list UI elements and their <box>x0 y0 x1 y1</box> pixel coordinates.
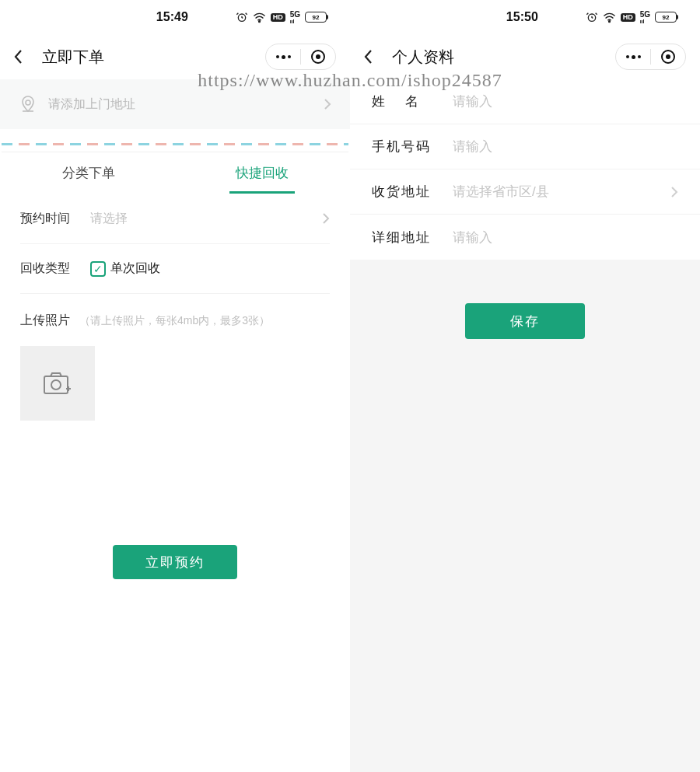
nav-bar: 个人资料 <box>350 34 700 79</box>
status-bar: 15:49 HD 5Gııl 92 <box>0 0 350 34</box>
status-bar: 15:50 HD 5Gııl 92 <box>350 0 700 34</box>
miniprogram-capsule <box>265 44 336 70</box>
alarm-icon <box>586 11 598 23</box>
chevron-left-icon <box>14 49 23 65</box>
more-icon <box>626 55 641 59</box>
address-selector[interactable]: 请添加上门地址 <box>0 79 350 129</box>
miniprogram-capsule <box>615 44 686 70</box>
battery-icon: 92 <box>655 12 677 23</box>
submit-appointment-button[interactable]: 立即预约 <box>113 545 237 579</box>
tab-quick-recycle[interactable]: 快捷回收 <box>175 152 348 194</box>
chevron-right-icon <box>670 186 678 198</box>
address-placeholder: 请添加上门地址 <box>48 96 324 113</box>
save-button[interactable]: 保存 <box>465 303 585 339</box>
nav-bar: 立即下单 <box>0 34 350 79</box>
hd-icon: HD <box>621 13 635 22</box>
svg-rect-3 <box>44 376 68 393</box>
checkbox-checked-icon: ✓ <box>90 261 106 277</box>
status-time: 15:49 <box>0 10 236 24</box>
recycle-type-option-label: 单次回收 <box>110 260 160 277</box>
status-icons: HD 5Gııl 92 <box>586 11 677 24</box>
profile-form: 姓名 请输入 手机号码 请输入 收货地址 请选择省市区/县 详细地址 请输入 <box>350 79 700 260</box>
page-title: 个人资料 <box>392 47 454 68</box>
detail-address-input[interactable]: 请输入 <box>453 229 678 246</box>
capsule-close[interactable] <box>301 44 335 69</box>
appointment-time-row[interactable]: 预约时间 请选择 <box>20 194 330 243</box>
detail-address-row[interactable]: 详细地址 请输入 <box>350 215 700 260</box>
recycle-type-option[interactable]: ✓ 单次回收 <box>90 260 330 277</box>
back-button[interactable] <box>364 49 384 65</box>
svg-point-4 <box>51 380 61 389</box>
shipping-address-row[interactable]: 收货地址 请选择省市区/县 <box>350 169 700 215</box>
phone-row[interactable]: 手机号码 请输入 <box>350 124 700 169</box>
capsule-menu[interactable] <box>266 44 300 69</box>
tab-category-order[interactable]: 分类下单 <box>2 152 175 194</box>
wifi-icon <box>253 11 266 23</box>
chevron-right-icon <box>322 212 330 225</box>
back-button[interactable] <box>14 49 34 65</box>
alarm-icon <box>236 11 248 23</box>
target-icon <box>311 50 325 64</box>
upload-photo-button[interactable] <box>20 346 95 421</box>
camera-add-icon <box>43 370 72 396</box>
status-icons: HD 5Gııl 92 <box>236 11 327 24</box>
more-icon <box>276 55 291 59</box>
upload-photo-section: 上传照片 （请上传照片，每张4mb内，最多3张） <box>20 293 330 452</box>
dashed-divider <box>2 143 348 145</box>
status-time: 15:50 <box>350 10 586 24</box>
capsule-close[interactable] <box>651 44 685 69</box>
svg-point-1 <box>258 21 260 23</box>
battery-icon: 92 <box>305 12 327 23</box>
appointment-time-label: 预约时间 <box>20 211 90 227</box>
detail-address-label: 详细地址 <box>372 229 453 246</box>
svg-point-2 <box>26 100 30 105</box>
name-row[interactable]: 姓名 请输入 <box>350 79 700 124</box>
upload-label: 上传照片 <box>20 313 70 329</box>
wifi-icon <box>603 11 616 23</box>
chevron-left-icon <box>364 49 373 65</box>
hd-icon: HD <box>271 13 285 22</box>
phone-input[interactable]: 请输入 <box>453 138 678 155</box>
target-icon <box>661 50 675 64</box>
capsule-menu[interactable] <box>616 44 650 69</box>
chevron-right-icon <box>324 98 331 110</box>
recycle-type-row: 回收类型 ✓ 单次回收 <box>20 243 330 293</box>
name-input[interactable]: 请输入 <box>453 93 678 110</box>
page-title: 立即下单 <box>42 47 104 68</box>
phone-label: 手机号码 <box>372 138 453 155</box>
shipping-address-label: 收货地址 <box>372 183 453 201</box>
signal-icon: 5Gııl <box>290 11 300 24</box>
location-icon <box>19 95 37 114</box>
svg-point-6 <box>608 21 610 23</box>
order-tabs: 分类下单 快捷回收 <box>2 152 348 194</box>
appointment-time-value: 请选择 <box>90 211 322 227</box>
signal-icon: 5Gııl <box>640 11 650 24</box>
name-label: 姓名 <box>372 93 453 110</box>
upload-hint: （请上传照片，每张4mb内，最多3张） <box>79 314 270 328</box>
recycle-type-label: 回收类型 <box>20 260 90 277</box>
shipping-address-value: 请选择省市区/县 <box>453 183 670 201</box>
